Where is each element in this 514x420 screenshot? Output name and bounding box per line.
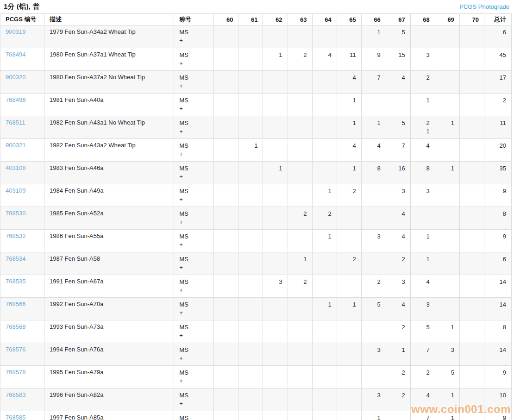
grade-69-count xyxy=(435,139,459,162)
grade-69-count: 1 xyxy=(435,411,459,420)
grade-67-count: 4 xyxy=(386,298,410,320)
designation-label: MS xyxy=(179,142,208,150)
grade-63-count xyxy=(288,411,312,420)
total-count: 11 xyxy=(484,116,511,139)
grade-64-count: 1 xyxy=(312,298,337,320)
pcgs-number-link[interactable]: 900321 xyxy=(6,142,25,149)
grade-69-count xyxy=(435,298,459,320)
pcgs-number-link[interactable]: 768511 xyxy=(6,119,25,126)
column-header-61: 61 xyxy=(238,14,263,25)
designation-cell: MS+ xyxy=(174,162,214,184)
pcgs-number-link[interactable]: 768578 xyxy=(6,369,25,376)
designation-cell: MS+ xyxy=(174,116,214,139)
grade-70-count xyxy=(459,94,484,116)
grade-62-count xyxy=(263,139,288,162)
grade-60-count xyxy=(214,207,238,230)
designation-label: MS xyxy=(179,301,208,309)
grade-70-count xyxy=(459,48,484,71)
grade-62-count xyxy=(263,94,288,116)
pcgs-photograde-link[interactable]: PCGS Photograde xyxy=(459,3,509,10)
column-header-60: 60 xyxy=(214,14,238,25)
coin-description: 1991 Fen Sun-A67a xyxy=(44,275,174,298)
pcgs-number-link[interactable]: 768494 xyxy=(6,51,25,58)
pcgs-number-link[interactable]: 403109 xyxy=(6,187,25,194)
pcgs-number-link[interactable]: 768568 xyxy=(6,323,25,330)
column-header-63: 63 xyxy=(288,14,312,25)
grade-64-count xyxy=(312,139,337,162)
grade-69-count: 1 xyxy=(435,162,459,184)
pcgs-number-link[interactable]: 900319 xyxy=(6,28,25,35)
designation-cell: MS+ xyxy=(174,48,214,71)
grade-68-count: 1 xyxy=(410,230,435,252)
grade-66-count xyxy=(361,184,386,207)
pcgs-number-link[interactable]: 768532 xyxy=(6,232,25,239)
designation-label: + xyxy=(179,400,208,408)
designation-cell: MS+ xyxy=(174,207,214,230)
coin-description: 1981 Fen Sun-A40a xyxy=(44,94,174,116)
pcgs-number-link[interactable]: 768534 xyxy=(6,255,25,262)
pcgs-number-cell: 900319 xyxy=(0,25,44,48)
grade-62-count xyxy=(263,116,288,139)
grade-70-count xyxy=(459,252,484,275)
designation-label: MS xyxy=(179,119,208,127)
pcgs-number-link[interactable]: 768566 xyxy=(6,301,25,307)
designation-cell: MS+ xyxy=(174,389,214,411)
designation-label: + xyxy=(179,37,208,45)
grade-67-count: 5 xyxy=(386,116,410,139)
grade-63-count xyxy=(288,298,312,320)
grade-65-count xyxy=(337,207,361,230)
designation-label: + xyxy=(179,309,208,317)
grade-62-count xyxy=(263,207,288,230)
total-count: 9 xyxy=(484,411,511,420)
grade-65-count xyxy=(337,389,361,411)
grade-63-count: 1 xyxy=(288,252,312,275)
table-row: 7685341987 Fen Sun-A58MS+12216 xyxy=(0,252,512,275)
designation-cell: MS+ xyxy=(174,275,214,298)
grade-66-count xyxy=(361,366,386,389)
pcgs-number-link[interactable]: 768530 xyxy=(6,210,25,217)
column-header-67: 67 xyxy=(386,14,410,25)
total-count: 14 xyxy=(484,298,511,320)
grade-61-count xyxy=(238,411,263,420)
grade-61-count xyxy=(238,25,263,48)
grade-66-count: 5 xyxy=(361,298,386,320)
pcgs-number-link[interactable]: 768496 xyxy=(6,96,25,103)
grade-68-count: 1 xyxy=(410,252,435,275)
grade-62-count: 3 xyxy=(263,275,288,298)
pcgs-number-link[interactable]: 768535 xyxy=(6,278,25,285)
grade-68-count: 3 xyxy=(410,184,435,207)
grade-69-count: 1 xyxy=(435,320,459,343)
pcgs-number-link[interactable]: 900320 xyxy=(6,74,25,81)
pcgs-number-link[interactable]: 403108 xyxy=(6,164,25,171)
grade-63-count xyxy=(288,162,312,184)
designation-label: + xyxy=(179,59,208,68)
grade-66-count: 3 xyxy=(361,230,386,252)
pcgs-number-link[interactable]: 768583 xyxy=(6,391,25,398)
grade-65-count: 1 xyxy=(337,94,361,116)
grade-68-count: 2 xyxy=(410,71,435,94)
pcgs-number-link[interactable]: 768585 xyxy=(6,414,25,420)
grade-62-count xyxy=(263,389,288,411)
grade-61-count xyxy=(238,71,263,94)
grade-68-count: 4 xyxy=(410,139,435,162)
total-count: 8 xyxy=(484,207,511,230)
table-row: 9003201980 Fen Sun-A37a2 No Wheat TipMS+… xyxy=(0,71,512,94)
grade-65-count: 4 xyxy=(337,139,361,162)
grade-67-count xyxy=(386,411,410,420)
column-header-65: 65 xyxy=(337,14,361,25)
grade-65-count xyxy=(337,366,361,389)
designation-label: + xyxy=(179,105,208,113)
designation-cell: MS+ xyxy=(174,366,214,389)
pcgs-number-cell: 768532 xyxy=(0,230,44,252)
pcgs-number-cell: 768530 xyxy=(0,207,44,230)
grade-60-count xyxy=(214,411,238,420)
designation-cell: MS+ xyxy=(174,298,214,320)
coin-description: 1982 Fen Sun-A43a2 Wheat Tip xyxy=(44,139,174,162)
total-count: 17 xyxy=(484,71,511,94)
designation-label: MS xyxy=(179,28,208,37)
designation-label: MS xyxy=(179,278,208,286)
grade-60-count xyxy=(214,116,238,139)
pcgs-number-cell: 768578 xyxy=(0,366,44,389)
designation-label: MS xyxy=(179,255,208,263)
pcgs-number-link[interactable]: 768576 xyxy=(6,346,25,353)
